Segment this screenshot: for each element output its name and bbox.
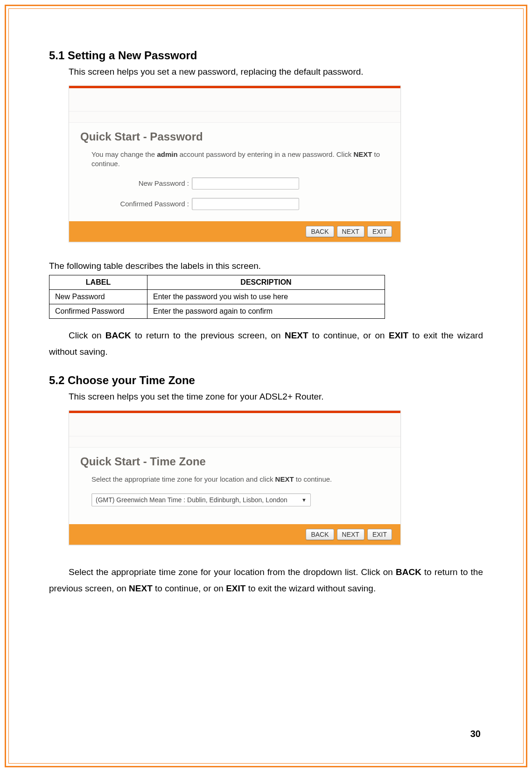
th-label: LABEL [49, 275, 147, 289]
text-bold: admin [157, 150, 177, 158]
page-content: 5.1 Setting a New Password This screen h… [49, 49, 483, 611]
password-panel: Quick Start - Password You may change th… [69, 85, 401, 242]
cell-description: Enter the password again to confirm [147, 304, 385, 318]
next-button[interactable]: NEXT [337, 529, 364, 540]
new-password-row: New Password : [91, 177, 389, 189]
cell-label: Confirmed Password [49, 304, 147, 318]
section-5-2-intro: This screen helps you set the time zone … [69, 392, 483, 402]
exit-button[interactable]: EXIT [367, 226, 392, 237]
table-row: New Password Enter the password you wish… [49, 289, 385, 304]
text: Select the appropriate time zone for you… [91, 475, 275, 483]
new-password-label: New Password : [91, 179, 192, 187]
table-header-row: LABEL DESCRIPTION [49, 275, 385, 289]
text: Click on [69, 330, 105, 340]
section-5-1-intro: This screen helps you set a new password… [69, 67, 483, 77]
next-button[interactable]: NEXT [337, 226, 364, 237]
panel-footer: BACK NEXT EXIT [69, 524, 400, 545]
text-bold: EXIT [226, 583, 245, 593]
panel-title: Quick Start - Time Zone [80, 455, 389, 468]
confirm-password-row: Confirmed Password : [91, 198, 389, 210]
text: account password by entering in a new pa… [178, 150, 354, 158]
chevron-down-icon: ▼ [301, 497, 307, 503]
panel-footer: BACK NEXT EXIT [69, 221, 400, 242]
text-bold: NEXT [129, 583, 153, 593]
text-bold: EXIT [389, 330, 408, 340]
text: to continue, or on [153, 583, 226, 593]
new-password-input[interactable] [192, 177, 299, 189]
confirm-password-label: Confirmed Password : [91, 200, 192, 208]
back-button[interactable]: BACK [306, 529, 334, 540]
page-number: 30 [470, 729, 481, 739]
table-row: Confirmed Password Enter the password ag… [49, 304, 385, 318]
panel-description: You may change the admin account passwor… [91, 150, 389, 169]
text: You may change the [91, 150, 157, 158]
panel-body: Quick Start - Time Zone Select the appro… [69, 448, 400, 524]
panel-description: Select the appropriate time zone for you… [91, 475, 389, 484]
text: Select the appropriate time zone for you… [69, 567, 396, 577]
confirm-password-input[interactable] [192, 198, 299, 210]
section-5-2-post-text: Select the appropriate time zone for you… [49, 564, 483, 597]
text: to return to the previous screen, on [131, 330, 285, 340]
panel-spacer [69, 88, 400, 112]
timezone-panel: Quick Start - Time Zone Select the appro… [69, 410, 401, 545]
timezone-select-value: (GMT) Greenwich Mean Time : Dublin, Edin… [96, 496, 287, 504]
text-bold: NEXT [353, 150, 372, 158]
text: to continue, or on [308, 330, 389, 340]
exit-button[interactable]: EXIT [367, 529, 392, 540]
panel-spacer [69, 112, 400, 123]
text-bold: NEXT [275, 475, 294, 483]
section-5-1-post-text: Click on BACK to return to the previous … [49, 327, 483, 360]
cell-label: New Password [49, 289, 147, 304]
label-description-table: LABEL DESCRIPTION New Password Enter the… [49, 275, 385, 319]
panel-spacer [69, 413, 400, 436]
text-bold: BACK [396, 567, 421, 577]
section-5-2-heading: 5.2 Choose your Time Zone [49, 374, 483, 387]
th-description: DESCRIPTION [147, 275, 385, 289]
section-5-1-heading: 5.1 Setting a New Password [49, 49, 483, 62]
text: to exit the wizard without saving. [245, 583, 376, 593]
panel-spacer [69, 436, 400, 448]
text: to continue. [294, 475, 332, 483]
text-bold: BACK [105, 330, 131, 340]
text-bold: NEXT [285, 330, 308, 340]
back-button[interactable]: BACK [306, 226, 334, 237]
cell-description: Enter the password you wish to use here [147, 289, 385, 304]
timezone-select[interactable]: (GMT) Greenwich Mean Time : Dublin, Edin… [91, 493, 311, 506]
panel-body: Quick Start - Password You may change th… [69, 123, 400, 221]
panel-title: Quick Start - Password [80, 130, 389, 143]
table-intro-text: The following table describes the labels… [49, 261, 483, 271]
